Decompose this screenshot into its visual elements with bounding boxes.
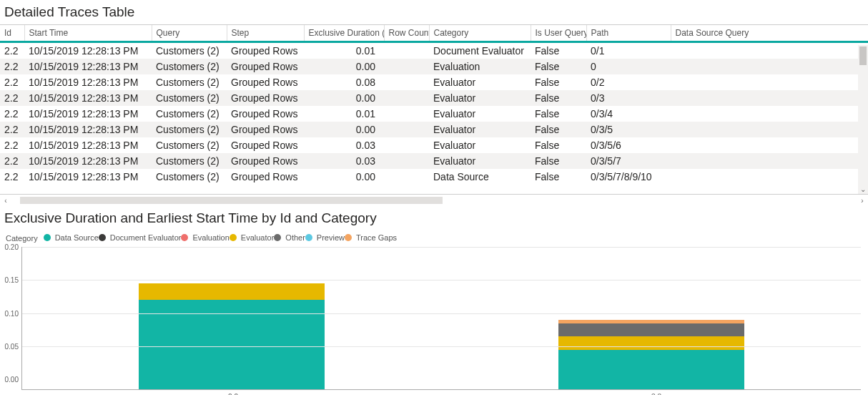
- chart-legend: Category Data SourceDocument EvaluatorEv…: [6, 233, 868, 243]
- table-row[interactable]: 2.210/15/2019 12:28:13 PMCustomers (2)Gr…: [0, 42, 868, 59]
- col-step[interactable]: Step: [227, 25, 304, 42]
- legend-item[interactable]: Evaluator: [230, 233, 274, 242]
- col-category[interactable]: Category: [429, 25, 531, 42]
- table-header-row[interactable]: Id Start Time Query Step Exclusive Durat…: [0, 25, 868, 42]
- legend-item[interactable]: Document Evaluator: [99, 233, 182, 242]
- legend-swatch-icon: [305, 234, 312, 241]
- table-cell: Evaluator: [429, 106, 531, 122]
- table-row[interactable]: 2.210/15/2019 12:28:13 PMCustomers (2)Gr…: [0, 59, 868, 74]
- col-id[interactable]: Id: [0, 25, 24, 42]
- scroll-down-icon[interactable]: ⌄: [858, 184, 868, 194]
- scroll-right-icon[interactable]: ›: [857, 197, 868, 205]
- vertical-scrollbar-thumb[interactable]: [859, 47, 867, 65]
- table-row[interactable]: 2.210/15/2019 12:28:13 PMCustomers (2)Gr…: [0, 90, 868, 106]
- table-cell: 2.2: [0, 122, 24, 137]
- legend-item[interactable]: Evaluation: [181, 233, 229, 242]
- gridline: [22, 247, 861, 248]
- table-cell: 0.00: [304, 122, 384, 137]
- table-cell: 0/3/5: [586, 122, 671, 137]
- table-cell: 0.01: [304, 106, 384, 122]
- table-cell: [384, 90, 429, 106]
- table-cell: 2.2: [0, 59, 24, 74]
- table-cell: 0.00: [304, 169, 384, 185]
- table-cell: False: [531, 106, 586, 122]
- table-cell: 0.03: [304, 137, 384, 153]
- stacked-bar[interactable]: [139, 283, 325, 389]
- table-cell: Customers (2): [152, 122, 227, 137]
- table-cell: 10/15/2019 12:28:13 PM: [24, 169, 152, 185]
- table-cell: Grouped Rows: [227, 169, 304, 185]
- table-row[interactable]: 2.210/15/2019 12:28:13 PMCustomers (2)Gr…: [0, 74, 868, 90]
- table-cell: 10/15/2019 12:28:13 PM: [24, 106, 152, 122]
- legend-swatch-icon: [230, 234, 237, 241]
- table-cell: [671, 169, 868, 185]
- col-data-source-query[interactable]: Data Source Query: [671, 25, 868, 42]
- y-tick-label: 0.05: [5, 342, 19, 350]
- bar-segment[interactable]: [558, 350, 744, 390]
- y-tick-label: 0.00: [5, 376, 19, 384]
- table-cell: [671, 122, 868, 137]
- y-tick-label: 0.10: [5, 309, 19, 317]
- stacked-bar[interactable]: [558, 320, 744, 389]
- bar-column: [442, 247, 862, 389]
- plot[interactable]: [21, 247, 861, 390]
- table-row[interactable]: 2.210/15/2019 12:28:13 PMCustomers (2)Gr…: [0, 106, 868, 122]
- legend-swatch-icon: [345, 234, 352, 241]
- y-tick-label: 0.15: [5, 276, 19, 284]
- table-row[interactable]: 2.210/15/2019 12:28:13 PMCustomers (2)Gr…: [0, 137, 868, 153]
- table-row[interactable]: 2.210/15/2019 12:28:13 PMCustomers (2)Gr…: [0, 169, 868, 185]
- table-cell: Grouped Rows: [227, 74, 304, 90]
- horizontal-scrollbar[interactable]: ‹ ›: [0, 195, 868, 206]
- col-query[interactable]: Query: [152, 25, 227, 42]
- table-cell: 0/2: [586, 74, 671, 90]
- legend-item[interactable]: Trace Gaps: [345, 233, 397, 242]
- bar-column: [22, 247, 442, 389]
- table-cell: Customers (2): [152, 90, 227, 106]
- table-cell: Grouped Rows: [227, 42, 304, 59]
- table-cell: 10/15/2019 12:28:13 PM: [24, 90, 152, 106]
- table-cell: 0/3/4: [586, 106, 671, 122]
- table-row[interactable]: 2.210/15/2019 12:28:13 PMCustomers (2)Gr…: [0, 153, 868, 169]
- table-cell: [384, 137, 429, 153]
- table-cell: 2.2: [0, 90, 24, 106]
- col-start-time[interactable]: Start Time: [24, 25, 152, 42]
- legend-item[interactable]: Data Source: [44, 233, 99, 242]
- table-cell: Customers (2): [152, 74, 227, 90]
- x-axis: 2.23.8: [21, 390, 868, 395]
- legend-swatch-icon: [99, 234, 106, 241]
- col-is-user-query[interactable]: Is User Query: [531, 25, 586, 42]
- legend-item[interactable]: Preview: [305, 233, 345, 242]
- table-cell: [671, 137, 868, 153]
- legend-item[interactable]: Other: [274, 233, 305, 242]
- scroll-left-icon[interactable]: ‹: [0, 197, 11, 205]
- table-cell: 2.2: [0, 74, 24, 90]
- table-cell: 0/3/5/6: [586, 137, 671, 153]
- table-cell: False: [531, 137, 586, 153]
- x-tick-label: 3.8: [445, 390, 868, 395]
- table-row[interactable]: 2.210/15/2019 12:28:13 PMCustomers (2)Gr…: [0, 122, 868, 137]
- legend-swatch-icon: [274, 234, 281, 241]
- legend-label: Trace Gaps: [356, 233, 397, 242]
- bar-segment[interactable]: [139, 283, 325, 300]
- table-title: Detailed Traces Table: [4, 4, 868, 20]
- horizontal-scrollbar-thumb[interactable]: [20, 197, 443, 204]
- table-cell: [671, 106, 868, 122]
- table-cell: 10/15/2019 12:28:13 PM: [24, 122, 152, 137]
- table-cell: False: [531, 169, 586, 185]
- bar-segment[interactable]: [558, 336, 744, 350]
- col-exclusive-duration[interactable]: Exclusive Duration (%): [304, 25, 384, 42]
- vertical-scrollbar[interactable]: ⌄: [858, 45, 868, 194]
- table-cell: [671, 42, 868, 59]
- table-cell: Grouped Rows: [227, 90, 304, 106]
- table-cell: 10/15/2019 12:28:13 PM: [24, 59, 152, 74]
- legend-label: Other: [285, 233, 305, 242]
- col-path[interactable]: Path: [586, 25, 671, 42]
- table-cell: Data Source: [429, 169, 531, 185]
- table-cell: 2.2: [0, 137, 24, 153]
- table-cell: [671, 153, 868, 169]
- table-cell: 2.2: [0, 42, 24, 59]
- bar-segment[interactable]: [558, 323, 744, 337]
- col-row-count[interactable]: Row Count: [384, 25, 429, 42]
- table-cell: [384, 59, 429, 74]
- gridline: [22, 313, 861, 314]
